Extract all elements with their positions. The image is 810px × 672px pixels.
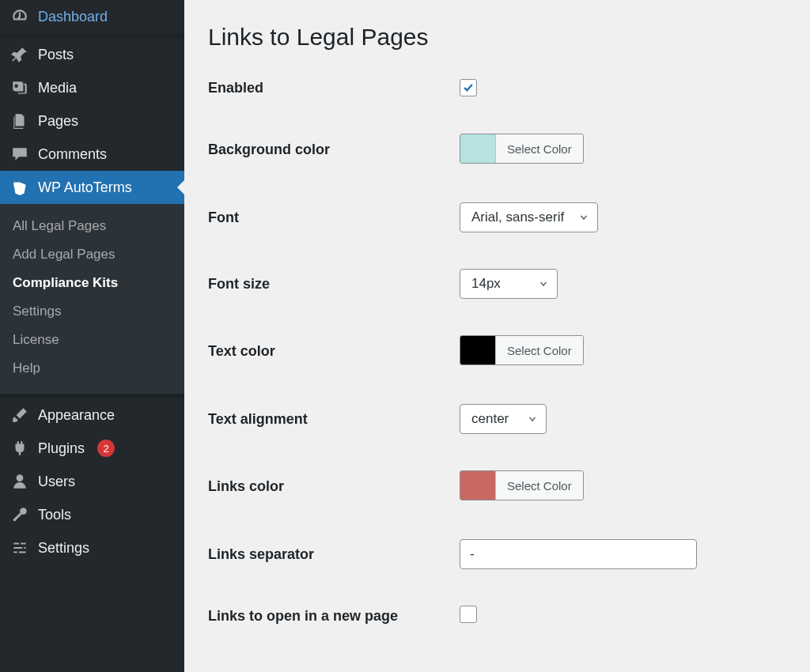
label-font-size: Font size xyxy=(208,276,460,293)
select-value: 14px xyxy=(471,276,501,292)
sidebar-item-label: Dashboard xyxy=(38,9,108,25)
main-content: Links to Legal Pages Enabled Background … xyxy=(184,0,810,672)
label-font: Font xyxy=(208,210,460,226)
pages-icon xyxy=(11,112,28,130)
text-align-select[interactable]: center xyxy=(460,404,547,434)
sliders-icon xyxy=(11,539,28,557)
label-text-color: Text color xyxy=(208,343,460,360)
submenu-all-legal-pages[interactable]: All Legal Pages xyxy=(0,212,184,240)
submenu-compliance-kits[interactable]: Compliance Kits xyxy=(0,269,184,297)
admin-sidebar: Dashboard Posts Media Pages Comments WP … xyxy=(0,0,184,672)
row-font: Font Arial, sans-serif xyxy=(208,202,786,232)
enabled-checkbox[interactable] xyxy=(460,79,477,96)
label-background-color: Background color xyxy=(208,142,460,158)
gauge-icon xyxy=(11,8,28,25)
sidebar-item-label: WP AutoTerms xyxy=(38,179,132,196)
sidebar-item-label: Users xyxy=(38,474,75,490)
row-links-separator: Links separator xyxy=(208,539,786,569)
brush-icon xyxy=(11,406,28,424)
row-enabled: Enabled xyxy=(208,79,786,97)
select-color-button[interactable]: Select Color xyxy=(495,336,583,364)
sidebar-item-dashboard[interactable]: Dashboard xyxy=(0,0,184,33)
label-text-alignment: Text alignment xyxy=(208,411,460,428)
sidebar-item-media[interactable]: Media xyxy=(0,71,184,104)
color-swatch xyxy=(460,336,495,364)
links-color-picker[interactable]: Select Color xyxy=(460,470,584,500)
label-links-new-page: Links to open in a new page xyxy=(208,608,460,625)
links-separator-input[interactable] xyxy=(460,539,697,569)
check-icon xyxy=(462,81,475,94)
sidebar-item-label: Posts xyxy=(38,47,74,63)
text-color-picker[interactable]: Select Color xyxy=(460,335,584,365)
sidebar-item-tools[interactable]: Tools xyxy=(0,498,184,531)
plug-icon xyxy=(11,440,28,457)
row-links-new-page: Links to open in a new page xyxy=(208,606,786,626)
font-size-select[interactable]: 14px xyxy=(460,269,558,299)
sidebar-item-appearance[interactable]: Appearance xyxy=(0,398,184,432)
row-links-color: Links color Select Color xyxy=(208,470,786,503)
comment-icon xyxy=(11,145,28,163)
sidebar-item-label: Tools xyxy=(38,507,71,523)
label-links-separator: Links separator xyxy=(208,546,460,563)
page-title: Links to Legal Pages xyxy=(208,24,786,51)
links-new-page-checkbox[interactable] xyxy=(460,606,477,623)
sidebar-item-plugins[interactable]: Plugins 2 xyxy=(0,432,184,465)
sidebar-item-settings[interactable]: Settings xyxy=(0,531,184,564)
chevron-down-icon xyxy=(538,278,549,289)
color-swatch xyxy=(460,134,495,163)
select-value: Arial, sans-serif xyxy=(471,210,564,225)
chevron-down-icon xyxy=(578,212,589,223)
color-swatch xyxy=(460,471,495,500)
label-enabled: Enabled xyxy=(208,80,460,96)
label-links-color: Links color xyxy=(208,478,460,495)
sidebar-item-comments[interactable]: Comments xyxy=(0,138,184,171)
row-background-color: Background color Select Color xyxy=(208,134,786,166)
row-text-color: Text color Select Color xyxy=(208,335,786,368)
submenu-license[interactable]: License xyxy=(0,326,184,354)
row-font-size: Font size 14px xyxy=(208,269,786,299)
font-select[interactable]: Arial, sans-serif xyxy=(460,202,598,232)
sidebar-item-label: Appearance xyxy=(38,407,115,424)
sidebar-item-label: Media xyxy=(38,80,77,96)
user-icon xyxy=(11,473,28,490)
wrench-icon xyxy=(11,506,28,523)
sidebar-item-label: Comments xyxy=(38,146,107,163)
pin-icon xyxy=(11,46,28,63)
sidebar-item-label: Plugins xyxy=(38,440,85,457)
row-text-alignment: Text alignment center xyxy=(208,404,786,434)
select-color-button[interactable]: Select Color xyxy=(495,134,583,163)
select-value: center xyxy=(471,411,509,427)
media-icon xyxy=(11,79,28,96)
submenu-help[interactable]: Help xyxy=(0,354,184,383)
sidebar-submenu: All Legal Pages Add Legal Pages Complian… xyxy=(0,204,184,394)
select-color-button[interactable]: Select Color xyxy=(495,471,583,500)
shield-icon xyxy=(11,179,28,196)
plugin-update-badge: 2 xyxy=(97,440,115,457)
sidebar-item-users[interactable]: Users xyxy=(0,465,184,498)
submenu-add-legal-pages[interactable]: Add Legal Pages xyxy=(0,240,184,269)
sidebar-item-posts[interactable]: Posts xyxy=(0,38,184,71)
sidebar-item-wp-autoterms[interactable]: WP AutoTerms xyxy=(0,171,184,204)
background-color-picker[interactable]: Select Color xyxy=(460,134,584,164)
chevron-down-icon xyxy=(527,413,538,425)
sidebar-item-pages[interactable]: Pages xyxy=(0,104,184,138)
sidebar-item-label: Pages xyxy=(38,113,78,130)
submenu-settings[interactable]: Settings xyxy=(0,297,184,326)
sidebar-item-label: Settings xyxy=(38,540,89,557)
